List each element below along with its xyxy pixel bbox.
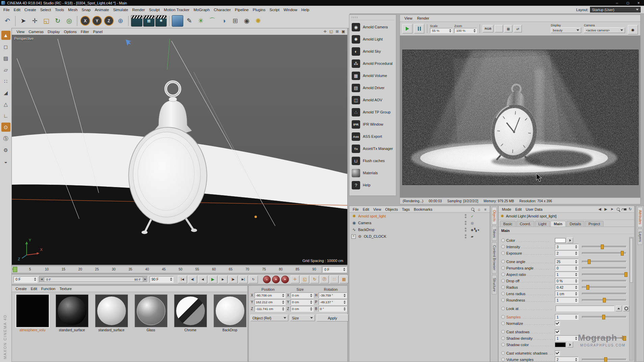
- enable-axis-icon[interactable]: ⊙: [1, 123, 10, 132]
- record-button[interactable]: ●: [263, 276, 271, 283]
- go-end-button[interactable]: ▶|: [239, 276, 248, 283]
- channel-alpha-button[interactable]: [495, 25, 503, 32]
- property-value-field[interactable]: 1: [555, 335, 579, 341]
- attribute-menu-item[interactable]: Mode: [500, 207, 513, 212]
- property-checkbox[interactable]: [555, 329, 560, 334]
- pane-move-icon[interactable]: ✛: [323, 29, 327, 34]
- viewport-menu-item[interactable]: Cameras: [27, 29, 46, 34]
- keyframe-dot[interactable]: [501, 330, 505, 334]
- points-mode-icon[interactable]: ∷: [1, 77, 10, 86]
- size-field[interactable]: 0 cm: [291, 306, 314, 312]
- attribute-tab[interactable]: Project: [585, 221, 603, 227]
- expand-toggle[interactable]: +: [351, 234, 356, 239]
- arnold-camera-item[interactable]: ◉ Arnold Camera: [349, 21, 396, 33]
- dock-tab[interactable]: Takes: [492, 226, 497, 241]
- property-slider[interactable]: [582, 280, 626, 282]
- slider-handle[interactable]: [601, 244, 604, 249]
- slider-handle[interactable]: [623, 336, 626, 341]
- add-spline-button[interactable]: ✎: [184, 16, 195, 26]
- size-mode-select[interactable]: Size: [290, 315, 315, 321]
- camera-button[interactable]: ◉: [241, 16, 252, 26]
- property-value-field[interactable]: 1: [555, 314, 579, 320]
- ipr-window-item[interactable]: IPR IPR Window: [349, 118, 396, 130]
- viewport-view-label[interactable]: Perspective: [14, 36, 33, 41]
- object-name[interactable]: OLD_CLOCK: [364, 234, 460, 238]
- visibility-dots[interactable]: [461, 234, 469, 238]
- rotate-icon[interactable]: ↻: [52, 16, 63, 26]
- slider-handle[interactable]: [603, 298, 606, 303]
- viewport-menu-item[interactable]: Filter: [79, 29, 91, 34]
- keyframe-dot[interactable]: [501, 251, 505, 255]
- material-menu-item[interactable]: Texture: [57, 286, 74, 291]
- menu-item[interactable]: Plugins: [251, 7, 268, 12]
- property-value-field[interactable]: 1 cm: [555, 291, 579, 296]
- material-thumbnail[interactable]: [214, 294, 246, 327]
- slider-handle[interactable]: [624, 272, 627, 277]
- pane-scale-icon[interactable]: ◱: [329, 29, 333, 34]
- ipr-pause-button[interactable]: [414, 24, 424, 33]
- property-slider[interactable]: [582, 337, 626, 339]
- object-mode-select[interactable]: Object (Rel): [250, 315, 288, 321]
- key-parameter-toggle[interactable]: Ⓟ: [320, 276, 329, 283]
- menu-item[interactable]: Pipeline: [233, 7, 251, 12]
- keyframe-dot[interactable]: [501, 273, 505, 276]
- material-thumbnail[interactable]: [56, 294, 88, 327]
- menu-item[interactable]: Sculpt: [147, 7, 162, 12]
- property-value-field[interactable]: 1: [555, 297, 579, 303]
- pane-switch-icon[interactable]: ⊞: [335, 29, 340, 34]
- visibility-dots[interactable]: [461, 228, 469, 232]
- render-settings-button[interactable]: ✱: [155, 15, 167, 27]
- edges-mode-icon[interactable]: ◢: [1, 88, 10, 97]
- property-value-field[interactable]: 25: [555, 259, 579, 264]
- coordinate-system-icon[interactable]: ⊕: [115, 16, 126, 26]
- autokey-button[interactable]: ◉: [272, 276, 280, 283]
- property-slider[interactable]: [582, 246, 626, 248]
- attribute-tab[interactable]: Details: [566, 221, 585, 227]
- frame-range-slider[interactable]: ◀ 0 F 90 F ▶: [39, 276, 148, 283]
- viewport-menu-item[interactable]: Panel: [91, 29, 105, 34]
- material-thumbnail[interactable]: [135, 294, 167, 327]
- toolbar-separator[interactable]: [15, 16, 16, 26]
- property-slider[interactable]: [582, 316, 626, 318]
- make-editable-icon[interactable]: ▲: [1, 31, 10, 40]
- move-icon[interactable]: ✛: [29, 16, 40, 26]
- arnold-procedural-item[interactable]: ⁂ Arnold Procedural: [349, 57, 396, 70]
- visibility-dots[interactable]: [461, 214, 469, 218]
- menu-item[interactable]: Simulate: [111, 7, 130, 12]
- viewport-menu-item[interactable]: View: [15, 29, 27, 34]
- size-field[interactable]: 0 cm: [291, 292, 314, 298]
- go-start-button[interactable]: |◀: [178, 276, 187, 283]
- material-item[interactable]: Chrome: [171, 294, 209, 332]
- attribute-tab[interactable]: Light: [535, 221, 550, 227]
- object-manager-menu-item[interactable]: Bookmarks: [412, 207, 434, 212]
- display-select[interactable]: beauty: [551, 27, 581, 33]
- viewport-menu-item[interactable]: Options: [62, 29, 79, 34]
- attribute-menu-item[interactable]: Edit: [513, 207, 524, 212]
- live-selection-icon[interactable]: ➤: [18, 16, 29, 26]
- snapshot-camera-button[interactable]: ◉: [628, 25, 638, 34]
- polygons-mode-icon[interactable]: △: [1, 100, 10, 109]
- add-cube-button[interactable]: [172, 15, 183, 27]
- refresh-icon[interactable]: ↻: [628, 207, 633, 212]
- material-item[interactable]: atmosphere_volu: [14, 294, 51, 332]
- workplane-lock-icon[interactable]: ◒: [1, 157, 10, 166]
- slider-handle[interactable]: [586, 285, 589, 290]
- range-left-arrow[interactable]: ◀: [39, 278, 44, 281]
- keyframe-dot[interactable]: [501, 307, 505, 310]
- dock-tab[interactable]: Objects: [492, 207, 497, 225]
- render-picture-viewer-button[interactable]: ▦: [143, 15, 155, 27]
- look-at-field[interactable]: [556, 306, 614, 311]
- arnold-driver-item[interactable]: ▤ Arnold Driver: [349, 82, 396, 94]
- visibility-dots[interactable]: [461, 221, 469, 225]
- ipr-play-button[interactable]: [402, 24, 412, 33]
- undo-icon[interactable]: ↶: [2, 16, 13, 26]
- menu-item[interactable]: Edit: [12, 7, 23, 12]
- keyframe-dot[interactable]: [501, 245, 505, 249]
- property-slider[interactable]: [582, 274, 626, 276]
- material-menu-item[interactable]: Create: [14, 286, 29, 291]
- keyframe-dot[interactable]: [501, 315, 505, 319]
- keyframe-dot[interactable]: [501, 292, 505, 295]
- ass-export-item[interactable]: Ass ASS Export: [349, 130, 396, 143]
- attribute-menu-item[interactable]: User Data: [524, 207, 545, 212]
- menu-item[interactable]: MoGraph: [191, 7, 212, 12]
